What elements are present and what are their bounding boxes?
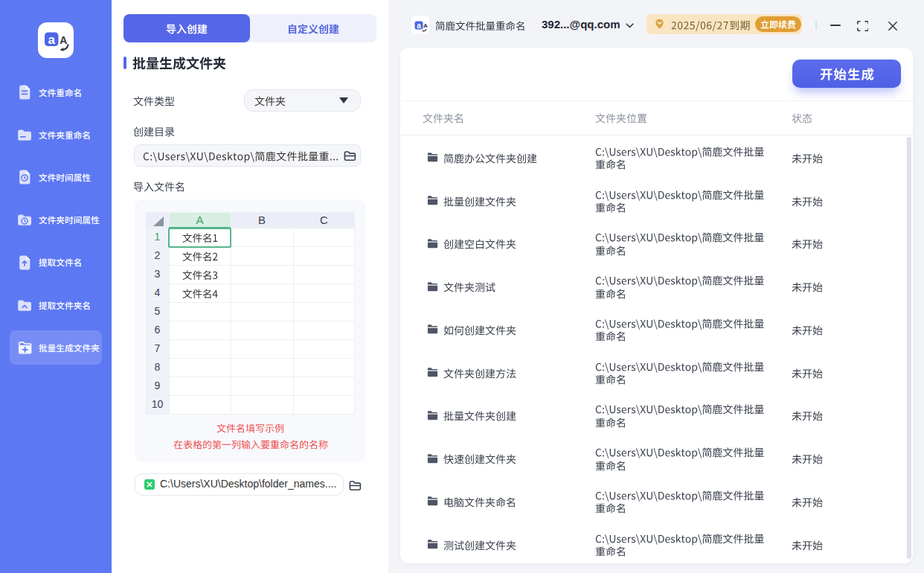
svg-text:A: A	[60, 34, 67, 46]
svg-text:a: a	[417, 22, 421, 30]
svg-text:a: a	[48, 33, 55, 47]
svg-text:A: A	[423, 22, 428, 29]
